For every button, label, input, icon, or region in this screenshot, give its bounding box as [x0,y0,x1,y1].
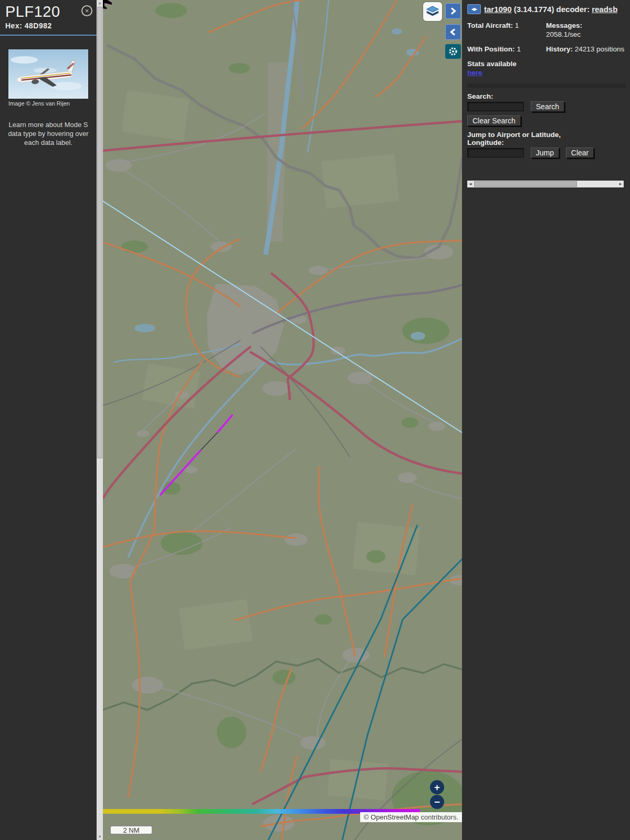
collapse-left-button[interactable] [445,24,461,40]
settings-button[interactable] [445,44,461,59]
search-input[interactable] [467,102,524,111]
stats-available: Stats available here [467,59,546,77]
divider [0,35,97,36]
gear-icon [448,46,458,57]
search-label: Search: [467,92,626,100]
tar1090-app: PLF120 × Hex: 48D982 [0,0,630,840]
aircraft-photo-image [8,49,88,99]
total-aircraft: Total Aircraft: 1 [467,21,546,39]
scroll-down-icon[interactable]: ▼ [97,834,103,840]
table-horizontal-scrollbar[interactable]: ◄ ► [467,181,624,187]
app-title: tar1090 (3.14.1774) decoder: readsb [484,5,617,14]
layers-icon [425,4,440,19]
jump-clear-button[interactable]: Clear [566,148,594,158]
zoom-out-button[interactable]: − [430,795,444,809]
jump-input[interactable] [467,148,524,158]
left-panel-scrollbar[interactable]: ▲ ▼ [97,0,103,840]
with-position: With Position: 1 [467,45,546,54]
jump-button[interactable]: Jump [531,148,559,158]
stats-here-link[interactable]: here [467,69,482,77]
search-section: Search: Search Clear Search Jump to Airp… [467,92,626,158]
map-image [103,0,462,840]
hex-code: Hex: 48D982 [0,20,97,30]
scroll-right-icon[interactable]: ► [617,181,624,187]
expand-right-button[interactable] [445,3,461,19]
aircraft-photo[interactable] [8,49,88,99]
image-credit: Image © Jens van Rijen [8,100,88,107]
scrollbar-thumb[interactable] [97,7,102,458]
chevron-left-icon [449,28,457,36]
scroll-left-icon[interactable]: ◄ [467,181,474,187]
scroll-up-icon[interactable]: ▲ [97,0,103,6]
zoom-in-button[interactable]: + [430,780,444,794]
map-canvas[interactable]: 2 NM + − © OpenStreetMap contributors. [103,0,462,840]
message-rate: Messages: 2058.1/sec [546,21,626,39]
panel-collapse-button[interactable]: ◀▶ [467,4,481,14]
receiver-stats: Total Aircraft: 1 Messages: 2058.1/sec W… [467,21,626,77]
hscroll-thumb[interactable] [474,181,577,187]
tar1090-link[interactable]: tar1090 [484,5,512,14]
jump-label: Jump to Airport or Latitude, Longitude: [467,131,593,146]
search-button[interactable]: Search [531,101,564,112]
map-scale: 2 NM [110,825,153,835]
map-attribution: © OpenStreetMap contributors. [360,812,462,822]
selected-callsign: PLF120 [5,3,91,20]
right-arrow-icon: ▶ [474,7,477,12]
chevron-right-icon [449,7,457,15]
osm-link[interactable]: OpenStreetMap [371,813,419,821]
clear-search-button[interactable]: Clear Search [467,116,521,126]
history-positions: History: 24213 positions [546,45,626,54]
panel-tabs [467,83,626,88]
readsb-link[interactable]: readsb [592,5,617,14]
layers-button[interactable] [423,2,442,21]
aircraft-info-panel: PLF120 × Hex: 48D982 [0,0,97,840]
close-icon[interactable]: × [81,5,92,16]
control-panel: ◀▶ tar1090 (3.14.1774) decoder: readsb T… [462,0,630,840]
panel-footer-note: Learn more about Mode S data type by hov… [0,120,97,147]
